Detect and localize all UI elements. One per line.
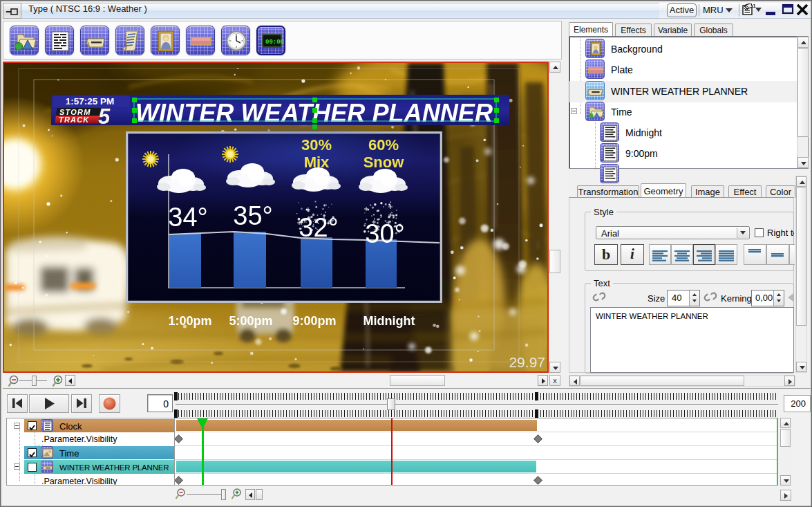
svg-text:34°: 34°: [168, 203, 207, 232]
svg-text:30°: 30°: [365, 219, 404, 248]
svg-text:5: 5: [98, 104, 111, 129]
svg-text:Midnight: Midnight: [363, 314, 415, 328]
svg-text:09:00: 09:00: [265, 39, 284, 46]
svg-text:TRACK: TRACK: [59, 116, 90, 124]
svg-text:Snow: Snow: [363, 154, 405, 171]
svg-text:30%: 30%: [301, 136, 332, 154]
svg-text:1: 1: [753, 3, 756, 8]
svg-text:60%: 60%: [368, 136, 399, 154]
svg-text:5:00pm: 5:00pm: [229, 314, 272, 328]
svg-text:29.97: 29.97: [509, 354, 545, 370]
svg-text:35°: 35°: [233, 201, 272, 230]
svg-text:32°: 32°: [299, 213, 338, 242]
svg-text:9:00pm: 9:00pm: [292, 314, 336, 328]
svg-text:1:00pm: 1:00pm: [168, 314, 211, 328]
svg-text:STORM: STORM: [59, 108, 91, 116]
